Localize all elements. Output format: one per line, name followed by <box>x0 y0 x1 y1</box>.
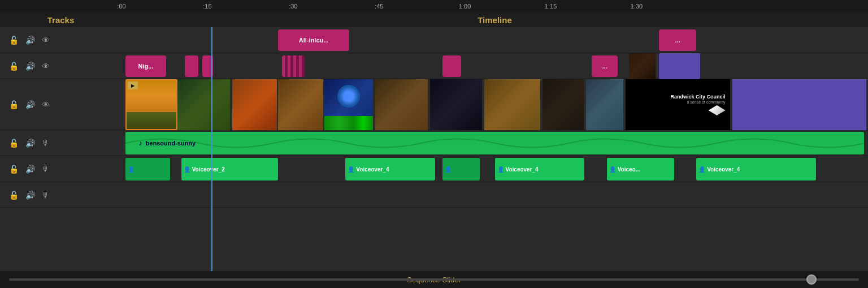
sequence-slider-thumb[interactable] <box>806 274 817 285</box>
timeline-area: Timeline All-inlcu... ... <box>121 12 868 271</box>
clip-small-pink[interactable] <box>442 55 461 77</box>
person-icon-2: 👤 <box>184 166 190 173</box>
video-thumb-4[interactable] <box>278 79 323 130</box>
person-icon-gap: 👤 <box>445 166 452 173</box>
track-2-volume-icon[interactable]: 🔊 <box>25 62 35 71</box>
timeline-track-6-empty <box>121 182 868 208</box>
track-2-lock-icon[interactable]: 🔓 <box>9 62 19 71</box>
timeline-header: Timeline <box>121 12 868 27</box>
ruler-mark-130: 1:30 <box>631 0 643 12</box>
track-6-lock-icon[interactable]: 🔓 <box>9 191 19 200</box>
clip-video-dark[interactable] <box>629 53 655 79</box>
clip-narrow-2[interactable] <box>202 55 214 77</box>
timeline-tracks-container[interactable]: All-inlcu... ... Nig... <box>121 27 868 271</box>
tracks-header: Tracks <box>0 12 121 27</box>
person-icon-4a: 👤 <box>348 166 354 173</box>
track-3-controls: 🔓 🔊 👁 <box>0 79 121 130</box>
voiceover-4b-label: Voiceover_4 <box>506 166 539 173</box>
video-thumb-8[interactable] <box>542 79 584 130</box>
person-icon-0: 👤 <box>128 166 134 173</box>
track-1-volume-icon[interactable]: 🔊 <box>25 36 35 45</box>
clip-ellipsis-1[interactable]: ... <box>659 29 696 51</box>
clip-narrow-1[interactable] <box>185 55 198 77</box>
track-6-controls: 🔓 🔊 🎙 <box>0 182 121 208</box>
ruler-mark-15: :15 <box>203 0 211 12</box>
video-thumb-5[interactable] <box>375 79 427 130</box>
clip-purple[interactable] <box>659 53 700 79</box>
timeline-track-3-video: ▶ <box>121 79 868 130</box>
sequence-slider-track[interactable] <box>9 278 859 281</box>
track-1-eye-icon[interactable]: 👁 <box>42 36 50 45</box>
track-3-volume-icon[interactable]: 🔊 <box>25 100 35 109</box>
ruler-marks: :00 :15 :30 :45 1:00 1:15 1:30 <box>121 0 868 12</box>
ruler-mark-100: 1:00 <box>459 0 471 12</box>
clip-all-inlcu[interactable]: All-inlcu... <box>278 29 349 51</box>
person-icon-4c: 👤 <box>698 166 705 173</box>
voiceover-clip-4b[interactable]: 👤 Voiceover_4 <box>495 158 585 180</box>
track-5-mic-icon[interactable]: 🎙 <box>42 165 50 174</box>
ruler-mark-0: :00 <box>117 0 125 12</box>
timeline-track-5-voiceover: 👤 👤 Voiceover_2 👤 Voiceover_4 👤 <box>121 156 868 182</box>
track-5-lock-icon[interactable]: 🔓 <box>9 165 19 174</box>
voiceover-clip-short[interactable]: 👤 Voiceo... <box>607 158 674 180</box>
video-thumb-9[interactable] <box>586 79 623 130</box>
voiceover-clip-0[interactable]: 👤 <box>125 158 170 180</box>
timeline-track-4-audio: ♪ bensound-sunny <box>121 130 868 156</box>
video-thumb-1[interactable]: ▶ <box>125 79 177 130</box>
timeline-track-1: All-inlcu... ... <box>121 27 868 53</box>
track-4-controls: 🔓 🔊 🎙 <box>0 130 121 156</box>
track-6-mic-icon[interactable]: 🎙 <box>42 191 50 200</box>
track-4-mic-icon[interactable]: 🎙 <box>42 139 50 148</box>
ruler-mark-45: :45 <box>375 0 383 12</box>
sequence-slider-area: Sequence Slider <box>0 271 868 288</box>
tracks-label: Tracks <box>47 15 75 25</box>
clip-nig[interactable]: Nig... <box>125 55 167 77</box>
main-content: Tracks 🔓 🔊 👁 🔓 🔊 👁 🔓 🔊 👁 <box>0 12 868 271</box>
ruler-mark-30: :30 <box>289 0 297 12</box>
track-6-volume-icon[interactable]: 🔊 <box>25 191 35 200</box>
timeline-track-2: Nig... ... <box>121 53 868 79</box>
audio-bensound-clip[interactable]: ♪ bensound-sunny <box>125 132 865 154</box>
tracks-panel: Tracks 🔓 🔊 👁 🔓 🔊 👁 🔓 🔊 👁 <box>0 12 121 271</box>
video-thumb-randwick[interactable]: Randwick City Council a sense of communi… <box>626 79 730 130</box>
track-5-controls: 🔓 🔊 🎙 <box>0 156 121 182</box>
voiceover-clip-4a[interactable]: 👤 Voiceover_4 <box>345 158 435 180</box>
video-thumb-2[interactable] <box>177 79 229 130</box>
track-1-controls: 🔓 🔊 👁 <box>0 27 121 53</box>
voiceover-4a-label: Voiceover_4 <box>356 166 389 173</box>
track-3-eye-icon[interactable]: 👁 <box>42 100 50 109</box>
video-thumb-6[interactable] <box>430 79 482 130</box>
clip-ellipsis-2[interactable]: ... <box>592 55 618 77</box>
voiceover-2-label: Voiceover_2 <box>192 166 225 173</box>
person-icon-4b: 👤 <box>497 166 504 173</box>
voiceover-short-label: Voiceo... <box>618 166 640 173</box>
track-4-volume-icon[interactable]: 🔊 <box>25 139 35 148</box>
video-thumb-globe[interactable] <box>324 79 373 130</box>
video-thumb-7[interactable] <box>484 79 540 130</box>
track-5-volume-icon[interactable]: 🔊 <box>25 165 35 174</box>
track-2-eye-icon[interactable]: 👁 <box>42 62 50 71</box>
timeline-label: Timeline <box>478 15 512 25</box>
ruler-mark-115: 1:15 <box>545 0 557 12</box>
track-3-lock-icon[interactable]: 🔓 <box>9 100 19 109</box>
video-thumb-purple[interactable] <box>732 79 867 130</box>
audio-label: bensound-sunny <box>146 140 196 147</box>
clip-striped[interactable] <box>282 55 305 77</box>
track-1-lock-icon[interactable]: 🔓 <box>9 36 19 45</box>
voiceover-clip-gap[interactable]: 👤 <box>442 158 480 180</box>
voiceover-clip-4c[interactable]: 👤 Voiceover_4 <box>696 158 815 180</box>
video-thumb-3[interactable] <box>232 79 277 130</box>
ruler-row: :00 :15 :30 :45 1:00 1:15 1:30 <box>0 0 868 12</box>
ruler-tracks-spacer <box>0 0 121 12</box>
voiceover-4c-label: Voiceover_4 <box>707 166 740 173</box>
person-icon-short: 👤 <box>609 166 616 173</box>
voiceover-clip-2[interactable]: 👤 Voiceover_2 <box>181 158 279 180</box>
track-2-controls: 🔓 🔊 👁 <box>0 53 121 79</box>
track-4-lock-icon[interactable]: 🔓 <box>9 139 19 148</box>
